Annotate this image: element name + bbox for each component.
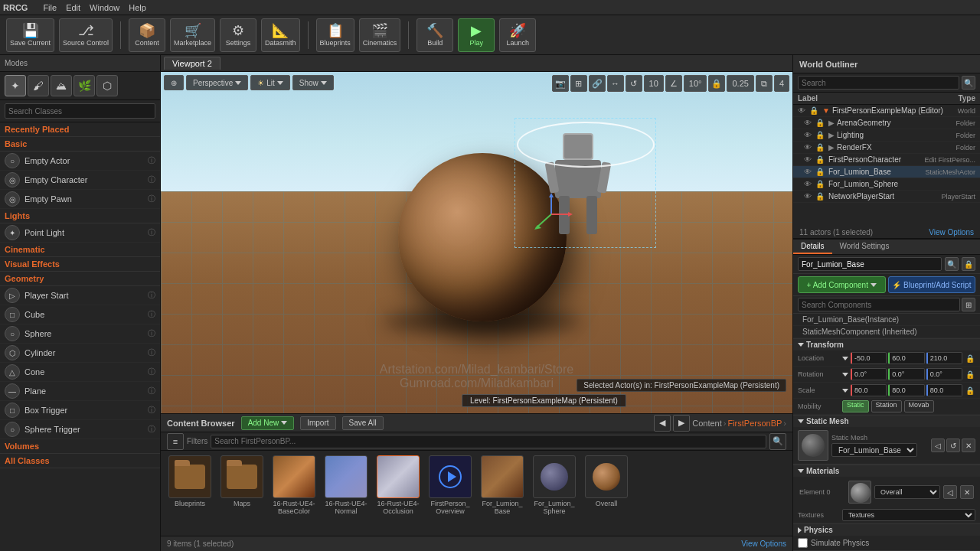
vp-camera-tool[interactable]: 📷 (552, 75, 569, 92)
rotation-y[interactable]: 0.0° (888, 368, 924, 380)
category-volumes[interactable]: Volumes (0, 439, 160, 454)
mode-paint-icon[interactable]: 🖌 (28, 75, 49, 96)
category-recently-placed[interactable]: Recently Placed (0, 122, 160, 137)
tree-item-lumion-base[interactable]: 👁 🔒 For_Lumion_Base StaticMeshActor (793, 166, 980, 178)
place-sphere-trigger[interactable]: ○ Sphere Trigger ⓘ (0, 420, 160, 439)
asset-lumion-base[interactable]: For_Lumion_Base (479, 455, 525, 531)
save-button[interactable]: 💾 Save Current (6, 18, 54, 52)
vp-show-btn[interactable]: Show (292, 75, 334, 90)
tree-item-renderfx[interactable]: 👁 🔒 ▶ RenderFX Folder (793, 142, 980, 154)
asset-rust-normal[interactable]: 16-Rust-UE4-Normal (323, 455, 369, 531)
asset-lumion-sphere[interactable]: For_Lumion_Sphere (531, 455, 577, 531)
mesh-clear-btn[interactable]: ✕ (962, 439, 975, 452)
station-btn[interactable]: Station (871, 400, 902, 412)
view-options-btn[interactable]: View Options (741, 540, 786, 548)
menu-file[interactable]: File (43, 3, 57, 12)
actor-lock-btn[interactable]: 🔒 (962, 257, 975, 271)
rotation-x[interactable]: 0.0° (851, 368, 887, 380)
scale-y[interactable]: 80.0 (888, 384, 924, 396)
vp-transform-tool[interactable]: ↔ (607, 75, 624, 92)
vp-scale-lock[interactable]: 🔒 (708, 75, 725, 92)
location-y[interactable]: 60.0 (888, 352, 924, 364)
tree-item-lumion-sphere[interactable]: 👁 🔒 For_Lumion_Sphere (793, 178, 980, 191)
scale-lock[interactable]: 🔒 (965, 385, 975, 396)
place-empty-actor[interactable]: ○ Empty Actor ⓘ (0, 152, 160, 171)
mode-landscape-icon[interactable]: ⛰ (51, 75, 72, 96)
vp-nav-button[interactable]: ⊕ (164, 75, 184, 90)
save-all-button[interactable]: Save All (342, 416, 384, 430)
mode-foliage-icon[interactable]: 🌿 (74, 75, 95, 96)
component-search-input[interactable] (798, 298, 960, 311)
add-new-button[interactable]: Add New (241, 416, 295, 430)
category-all-classes[interactable]: All Classes (0, 454, 160, 468)
blueprint-script-button[interactable]: ⚡ Blueprint/Add Script (888, 276, 976, 293)
source-control-button[interactable]: ⎇ Source Control (59, 18, 113, 52)
outliner-search-input[interactable] (798, 76, 959, 90)
vp-angle-tool[interactable]: ∠ (665, 75, 682, 92)
place-point-light[interactable]: ✦ Point Light ⓘ (0, 223, 160, 243)
place-plane[interactable]: — Plane ⓘ (0, 382, 160, 401)
breadcrumb-active[interactable]: FirstPersonBP (727, 419, 782, 428)
cb-filters-btn[interactable]: ≡ (167, 433, 184, 450)
viewport[interactable]: ⊕ Perspective ☀ Lit Show (161, 72, 792, 413)
build-button[interactable]: 🔨 Build (416, 18, 453, 52)
menu-help[interactable]: Help (129, 3, 146, 12)
blueprints-button[interactable]: 📋 Blueprints (316, 18, 354, 52)
asset-rust-basecolor[interactable]: 16-Rust-UE4-BaseColor (271, 455, 317, 531)
place-empty-character[interactable]: ◎ Empty Character ⓘ (0, 171, 160, 190)
place-empty-pawn[interactable]: ◎ Empty Pawn ⓘ (0, 190, 160, 209)
place-box-trigger[interactable]: □ Box Trigger ⓘ (0, 401, 160, 420)
mat-select[interactable]: Overall (874, 485, 940, 499)
outliner-search-btn[interactable]: 🔍 (962, 76, 975, 90)
category-lights[interactable]: Lights (0, 209, 160, 223)
vp-layers-tool[interactable]: ⧉ (756, 75, 773, 92)
category-basic[interactable]: Basic (0, 137, 160, 152)
cb-nav-fwd[interactable]: ▶ (673, 415, 690, 432)
location-lock[interactable]: 🔒 (965, 353, 975, 364)
viewport-tab-2[interactable]: Viewport 2 (164, 57, 220, 70)
outliner-view-options[interactable]: View Options (929, 228, 974, 236)
comp-lumion-base-instance[interactable]: For_Lumion_Base(Instance) (793, 314, 980, 326)
vp-snap-tool[interactable]: 🔗 (589, 75, 606, 92)
textures-select[interactable]: Textures (842, 509, 975, 521)
play-button[interactable]: ▶ Play (458, 18, 495, 52)
place-sphere[interactable]: ○ Sphere ⓘ (0, 324, 160, 344)
mat-clear-btn[interactable]: ✕ (960, 485, 974, 499)
static-btn[interactable]: Static (842, 400, 869, 412)
rotation-z[interactable]: 0.0° (926, 368, 962, 380)
tree-item-lighting[interactable]: 👁 🔒 ▶ Lighting Folder (793, 129, 980, 142)
place-cylinder[interactable]: ⬡ Cylinder ⓘ (0, 344, 160, 363)
rotation-lock[interactable]: 🔒 (965, 369, 975, 380)
menu-edit[interactable]: Edit (66, 3, 80, 12)
cb-nav-back[interactable]: ◀ (654, 415, 671, 432)
tree-item-network-player[interactable]: 👁 🔒 NetworkPlayerStart PlayerStart (793, 191, 980, 203)
tree-item-arena[interactable]: 👁 🔒 ▶ ArenaGeometry Folder (793, 117, 980, 129)
vp-lit-btn[interactable]: ☀ Lit (250, 75, 290, 90)
mat-browse-btn[interactable]: ◁ (943, 485, 957, 499)
tree-item-firstperson-char[interactable]: 👁 🔒 FirstPersonCharacter Edit FirstPerso… (793, 154, 980, 166)
datasmith-button[interactable]: 📐 Datasmith (261, 18, 300, 52)
vp-perspective-btn[interactable]: Perspective (186, 75, 248, 90)
simulate-physics-checkbox[interactable] (798, 538, 808, 548)
mesh-refresh-btn[interactable]: ↺ (946, 439, 960, 452)
asset-firstperson-overview[interactable]: FirstPerson_Overview (427, 455, 473, 531)
transform-section-header[interactable]: Transform (793, 339, 980, 350)
launch-button[interactable]: 🚀 Launch (499, 18, 536, 52)
category-visual-effects[interactable]: Visual Effects (0, 257, 160, 272)
scale-z[interactable]: 80.0 (926, 384, 962, 396)
mesh-select[interactable]: For_Lumion_Base (831, 443, 917, 457)
category-cinematic[interactable]: Cinematic (0, 243, 160, 257)
static-mesh-section-header[interactable]: Static Mesh (793, 416, 980, 427)
place-cube[interactable]: □ Cube ⓘ (0, 305, 160, 324)
asset-maps-folder[interactable]: Maps (219, 455, 265, 531)
tree-item-map[interactable]: 👁 🔒 ▼ FirstPersonExampleMap (Editor) Wor… (793, 105, 980, 117)
asset-overall[interactable]: Overall (583, 455, 629, 531)
asset-blueprints-folder[interactable]: Blueprints (167, 455, 213, 531)
cinematics-button[interactable]: 🎬 Cinematics (359, 18, 401, 52)
content-browser-search[interactable] (211, 435, 766, 448)
mode-geometry-icon[interactable]: ⬡ (96, 75, 118, 96)
content-button[interactable]: 📦 Content (129, 18, 165, 52)
materials-section-header[interactable]: Materials (793, 465, 980, 477)
physics-section-header[interactable]: Physics (793, 524, 980, 536)
tab-details[interactable]: Details (793, 240, 832, 254)
